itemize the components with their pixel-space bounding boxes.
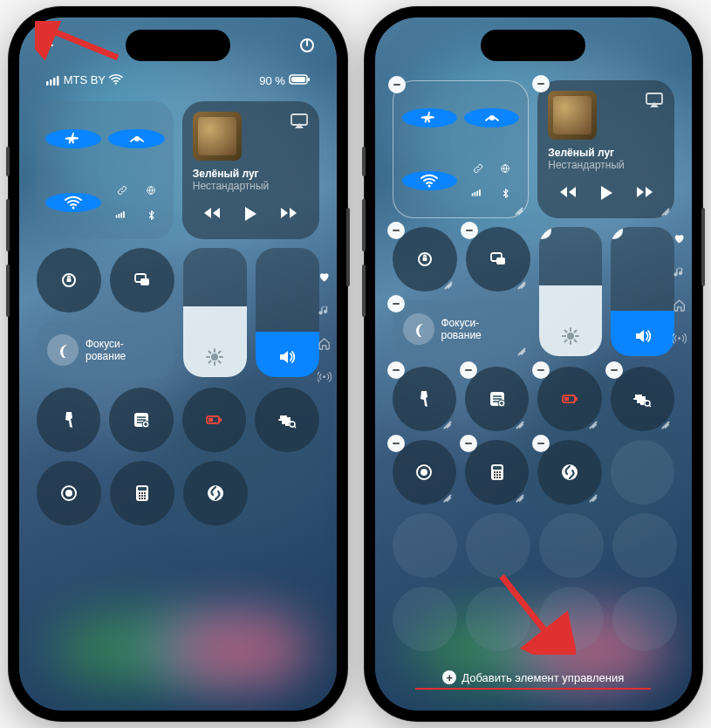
page-indicators[interactable] [673, 232, 687, 346]
resize-handle[interactable] [656, 200, 672, 216]
screen-mirroring-button[interactable] [110, 248, 174, 312]
favorites-icon[interactable] [673, 232, 687, 246]
screen-mirroring-button[interactable] [466, 227, 530, 292]
volume-slider[interactable] [256, 248, 319, 377]
sound-recognition-button[interactable] [255, 388, 318, 452]
remove-badge[interactable] [532, 361, 550, 379]
album-art [548, 91, 597, 140]
notes-button[interactable] [465, 367, 529, 431]
remove-badge[interactable] [539, 227, 551, 239]
speaker-icon [633, 326, 653, 346]
favorites-icon[interactable] [318, 271, 332, 285]
broadcast-icon[interactable] [318, 370, 332, 384]
resize-handle[interactable] [438, 413, 454, 429]
resize-handle[interactable] [438, 486, 454, 502]
home-icon[interactable] [673, 299, 687, 312]
shazam-button[interactable] [183, 461, 248, 525]
sound-recognition-button[interactable] [611, 367, 674, 431]
flashlight-button[interactable] [37, 388, 100, 452]
home-icon[interactable] [318, 337, 332, 351]
rotation-lock-button[interactable] [37, 248, 101, 312]
power-icon[interactable] [298, 37, 316, 54]
calculator-button[interactable] [465, 440, 529, 505]
rotation-lock-button[interactable] [393, 227, 457, 292]
focus-button[interactable]: Фокуси- рование [37, 321, 174, 379]
resize-handle[interactable] [509, 199, 525, 215]
wifi-status-icon [108, 72, 124, 87]
remove-badge[interactable] [387, 295, 405, 312]
signal-icon [45, 73, 60, 86]
play-icon[interactable] [241, 204, 260, 223]
status-left: MTS BY [45, 72, 124, 87]
rewind-icon[interactable] [558, 183, 578, 201]
play-icon[interactable] [597, 183, 616, 203]
screen-record-button[interactable] [393, 440, 456, 505]
remove-badge[interactable] [387, 435, 405, 452]
notes-button[interactable] [109, 388, 173, 452]
airplane-toggle[interactable] [402, 108, 457, 127]
resize-handle[interactable] [512, 340, 528, 355]
resize-handle[interactable] [584, 413, 599, 429]
resize-handle[interactable] [510, 486, 526, 502]
airplane-toggle[interactable] [45, 129, 101, 148]
airplay-icon[interactable] [645, 91, 664, 110]
empty-slot[interactable] [612, 513, 677, 578]
focus-button[interactable]: Фокуси- рование [393, 300, 530, 358]
status-right: 90 % [259, 72, 310, 87]
brightness-slider[interactable] [539, 227, 603, 356]
resize-handle[interactable] [510, 413, 526, 429]
shazam-button[interactable] [537, 440, 601, 505]
broadcast-icon[interactable] [673, 332, 687, 346]
volume-slider[interactable] [611, 227, 674, 356]
battery-icon [289, 72, 311, 86]
track-subtitle: Нестандартный [548, 159, 664, 171]
connectivity-group[interactable] [37, 101, 174, 239]
remove-badge[interactable] [388, 76, 406, 93]
remove-badge[interactable] [387, 222, 405, 239]
flashlight-button[interactable] [393, 367, 456, 431]
page-indicators[interactable] [318, 271, 332, 384]
airplay-icon[interactable] [290, 112, 309, 131]
empty-slot[interactable] [611, 440, 674, 505]
remove-badge[interactable] [461, 222, 478, 239]
now-playing-widget[interactable]: Зелёный луг Нестандартный [182, 101, 319, 239]
empty-slot[interactable] [612, 587, 677, 651]
now-playing-widget[interactable]: Зелёный луг Нестандартный [537, 80, 674, 218]
remove-badge[interactable] [387, 361, 405, 379]
empty-slot[interactable] [393, 513, 457, 578]
dynamic-island [481, 30, 585, 61]
forward-icon[interactable] [279, 204, 298, 222]
carrier-label: MTS BY [64, 73, 106, 86]
resize-handle[interactable] [512, 273, 528, 289]
low-power-button[interactable] [182, 388, 246, 452]
wifi-toggle[interactable] [45, 193, 101, 212]
airdrop-toggle[interactable] [108, 129, 164, 148]
resize-handle[interactable] [584, 486, 599, 502]
moon-icon [55, 342, 71, 358]
brightness-slider[interactable] [183, 248, 247, 377]
airdrop-toggle[interactable] [464, 108, 519, 127]
connectivity-group[interactable] [393, 80, 530, 218]
remove-badge[interactable] [532, 435, 550, 452]
music-icon[interactable] [318, 304, 332, 318]
remove-badge[interactable] [611, 227, 623, 239]
annotation-arrow-right [489, 567, 576, 655]
wifi-toggle[interactable] [402, 171, 457, 190]
forward-icon[interactable] [635, 183, 654, 201]
low-power-button[interactable] [537, 367, 601, 431]
empty-slot[interactable] [393, 587, 457, 651]
svg-line-43 [502, 576, 551, 639]
music-icon[interactable] [673, 265, 687, 279]
resize-handle[interactable] [656, 413, 672, 429]
screen-record-button[interactable] [37, 461, 101, 525]
album-art [193, 112, 242, 161]
calculator-button[interactable] [110, 461, 174, 525]
track-title: Зелёный луг [548, 147, 664, 159]
remove-badge[interactable] [460, 435, 477, 452]
remove-badge[interactable] [605, 361, 623, 379]
rewind-icon[interactable] [202, 204, 222, 222]
remove-badge[interactable] [460, 361, 477, 379]
dynamic-island [126, 30, 230, 61]
remove-badge[interactable] [532, 75, 550, 93]
resize-handle[interactable] [439, 273, 455, 289]
